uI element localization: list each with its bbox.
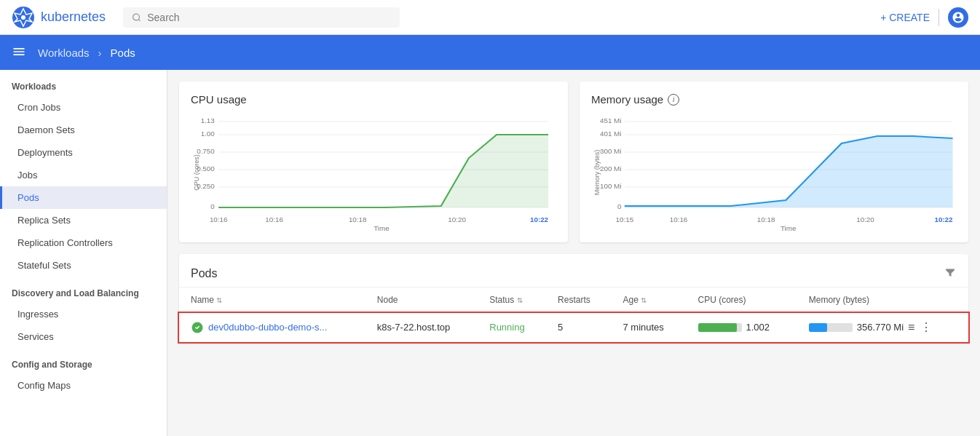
pod-status-cell: dev0dubbo-dubbo-demo-s... [179, 313, 365, 342]
menu-icon [12, 44, 26, 59]
pod-cpu: 1.002 [687, 313, 797, 342]
svg-text:100 Mi: 100 Mi [600, 182, 621, 190]
col-status: Status ⇅ [478, 288, 546, 313]
svg-point-1 [21, 15, 25, 20]
main-layout: Workloads Cron Jobs Daemon Sets Deployme… [0, 70, 980, 436]
svg-text:10:16: 10:16 [670, 215, 688, 223]
cpu-chart-svg: 1.13 1.00 0.750 0.500 0.250 0 CPU (cores… [191, 114, 556, 231]
svg-text:401 Mi: 401 Mi [600, 130, 621, 138]
sidebar-section-title-discovery: Discovery and Load Balancing [0, 277, 167, 303]
sidebar-item-replica-sets[interactable]: Replica Sets [0, 209, 167, 231]
sidebar-section-title-config: Config and Storage [0, 348, 167, 374]
sidebar-section-title-workloads: Workloads [0, 70, 167, 96]
top-nav: kubernetes + CREATE [0, 0, 980, 35]
status-sort-icon[interactable]: ⇅ [517, 296, 523, 304]
charts-row: CPU usage 1.13 1.00 0.750 0.500 0.250 0 … [179, 82, 968, 242]
pod-memory: 356.770 Mi ≡ ⋮ [797, 313, 968, 342]
svg-text:10:22: 10:22 [934, 215, 952, 223]
pods-table-header: Name ⇅ Node Status ⇅ Restarts Age ⇅ [179, 288, 968, 313]
pod-status: Running [478, 313, 546, 342]
row-lines-icon[interactable]: ≡ [908, 321, 914, 334]
memory-chart-label: Memory usage [591, 93, 663, 106]
svg-text:CPU (cores): CPU (cores) [192, 154, 200, 190]
sidebar-item-pods[interactable]: Pods [0, 186, 167, 209]
sidebar-section-workloads: Workloads Cron Jobs Daemon Sets Deployme… [0, 70, 167, 277]
sidebar-item-stateful-sets[interactable]: Stateful Sets [0, 254, 167, 277]
search-input[interactable] [147, 12, 391, 23]
cpu-chart-area: 1.13 1.00 0.750 0.500 0.250 0 CPU (cores… [191, 114, 556, 231]
main-content: CPU usage 1.13 1.00 0.750 0.500 0.250 0 … [167, 70, 980, 436]
sidebar: Workloads Cron Jobs Daemon Sets Deployme… [0, 70, 167, 436]
cpu-bar-background [698, 323, 742, 332]
svg-text:0: 0 [617, 202, 621, 210]
pods-table: Name ⇅ Node Status ⇅ Restarts Age ⇅ [179, 288, 968, 342]
col-age: Age ⇅ [611, 288, 686, 313]
sidebar-item-ingresses[interactable]: Ingresses [0, 303, 167, 325]
memory-chart-title: Memory usage i [591, 93, 957, 106]
svg-point-2 [133, 14, 140, 20]
svg-line-3 [138, 19, 140, 20]
svg-text:10:20: 10:20 [856, 215, 874, 223]
svg-text:200 Mi: 200 Mi [600, 165, 621, 173]
nav-divider [938, 9, 939, 26]
svg-text:10:16: 10:16 [210, 215, 228, 223]
cpu-bar-fill [698, 323, 737, 332]
pods-card: Pods Name ⇅ Node [179, 254, 968, 342]
filter-icon[interactable] [944, 266, 957, 281]
sidebar-item-deployments[interactable]: Deployments [0, 141, 167, 164]
svg-text:Time: Time [781, 224, 796, 231]
svg-text:0: 0 [210, 202, 214, 210]
col-cpu: CPU (cores) [687, 288, 797, 313]
logo-text: kubernetes [41, 9, 106, 25]
create-button[interactable]: + CREATE [880, 12, 930, 23]
breadcrumb-parent[interactable]: Workloads [38, 47, 90, 59]
col-node: Node [365, 288, 478, 313]
cpu-chart-title: CPU usage [191, 93, 556, 106]
svg-text:10:18: 10:18 [757, 215, 775, 223]
pod-node: k8s-7-22.host.top [365, 313, 478, 342]
svg-text:Memory (bytes): Memory (bytes) [593, 150, 601, 195]
sidebar-item-jobs[interactable]: Jobs [0, 164, 167, 186]
sidebar-item-replication-controllers[interactable]: Replication Controllers [0, 231, 167, 254]
user-avatar[interactable] [948, 7, 968, 28]
pod-age: 7 minutes [611, 313, 686, 342]
svg-text:10:18: 10:18 [349, 215, 367, 223]
svg-text:451 Mi: 451 Mi [600, 116, 621, 124]
pods-card-header: Pods [179, 254, 968, 288]
mem-bar-fill [809, 323, 827, 332]
row-more-icon[interactable]: ⋮ [920, 320, 932, 334]
breadcrumb-current: Pods [111, 47, 135, 59]
pod-restarts: 5 [546, 313, 611, 342]
sidebar-item-daemon-sets[interactable]: Daemon Sets [0, 119, 167, 141]
sidebar-item-config-maps[interactable]: Config Maps [0, 374, 167, 397]
search-icon [132, 12, 141, 23]
cpu-value: 1.002 [746, 322, 770, 333]
age-sort-icon[interactable]: ⇅ [641, 296, 647, 304]
svg-text:10:16: 10:16 [265, 215, 283, 223]
search-bar[interactable] [123, 7, 400, 28]
pod-status-check-icon [191, 321, 204, 334]
logo: kubernetes [12, 6, 106, 29]
sidebar-item-services[interactable]: Services [0, 325, 167, 348]
filter-svg-icon [944, 266, 957, 279]
svg-text:300 Mi: 300 Mi [600, 147, 621, 155]
svg-text:10:22: 10:22 [530, 215, 548, 223]
hamburger-icon[interactable] [12, 44, 26, 61]
table-row[interactable]: dev0dubbo-dubbo-demo-s... k8s-7-22.host.… [179, 313, 968, 342]
col-memory: Memory (bytes) [797, 288, 968, 313]
svg-text:Time: Time [374, 224, 389, 231]
sidebar-item-cron-jobs[interactable]: Cron Jobs [0, 96, 167, 119]
svg-marker-17 [218, 135, 548, 207]
svg-text:1.13: 1.13 [201, 116, 215, 124]
row-actions: ≡ ⋮ [908, 320, 932, 334]
name-sort-icon[interactable]: ⇅ [216, 296, 222, 304]
mem-value: 356.770 Mi [857, 322, 904, 333]
pods-table-title: Pods [191, 267, 217, 280]
pods-table-body: dev0dubbo-dubbo-demo-s... k8s-7-22.host.… [179, 313, 968, 342]
memory-info-icon[interactable]: i [668, 94, 679, 106]
pod-name[interactable]: dev0dubbo-dubbo-demo-s... [208, 322, 327, 333]
cpu-chart-label: CPU usage [191, 93, 247, 106]
sidebar-section-discovery: Discovery and Load Balancing Ingresses S… [0, 277, 167, 348]
mem-bar-background [809, 323, 853, 332]
col-restarts: Restarts [546, 288, 611, 313]
